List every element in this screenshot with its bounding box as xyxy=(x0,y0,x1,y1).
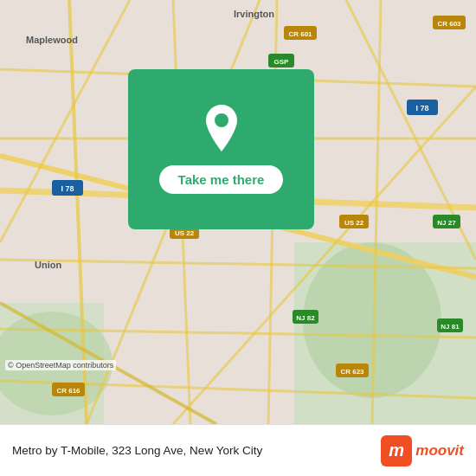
svg-text:Maplewood: Maplewood xyxy=(26,35,78,45)
moovit-wordmark: moovit xyxy=(415,442,464,460)
svg-text:US 22: US 22 xyxy=(344,219,364,227)
svg-text:CR 603: CR 603 xyxy=(437,20,461,28)
bottom-bar: Metro by T-Mobile, 323 Long Ave, New Yor… xyxy=(0,424,476,476)
location-card: Take me there xyxy=(128,69,314,229)
svg-text:CR 601: CR 601 xyxy=(288,30,312,38)
map-pin-icon xyxy=(201,105,242,155)
svg-text:GSP: GSP xyxy=(274,58,290,66)
svg-point-48 xyxy=(215,113,228,127)
svg-text:CR 616: CR 616 xyxy=(56,387,80,395)
svg-text:Irvington: Irvington xyxy=(234,9,274,19)
take-me-there-button[interactable]: Take me there xyxy=(159,165,284,194)
svg-text:NJ 81: NJ 81 xyxy=(441,323,460,331)
map-container: I 78 I 78 CR 601 CR 603 GSP US 22 US 22 … xyxy=(0,0,476,424)
moovit-logo: m moovit xyxy=(381,435,464,466)
svg-text:NJ 27: NJ 27 xyxy=(437,219,456,227)
svg-text:I 78: I 78 xyxy=(61,184,74,193)
svg-text:US 22: US 22 xyxy=(175,229,195,237)
svg-text:I 78: I 78 xyxy=(415,104,428,113)
location-text: Metro by T-Mobile, 323 Long Ave, New Yor… xyxy=(12,444,381,457)
svg-text:Union: Union xyxy=(35,260,61,270)
svg-text:NJ 82: NJ 82 xyxy=(296,314,315,322)
svg-text:CR 623: CR 623 xyxy=(340,368,364,376)
map-attribution: © OpenStreetMap contributors xyxy=(5,360,116,370)
moovit-icon: m xyxy=(381,435,412,466)
